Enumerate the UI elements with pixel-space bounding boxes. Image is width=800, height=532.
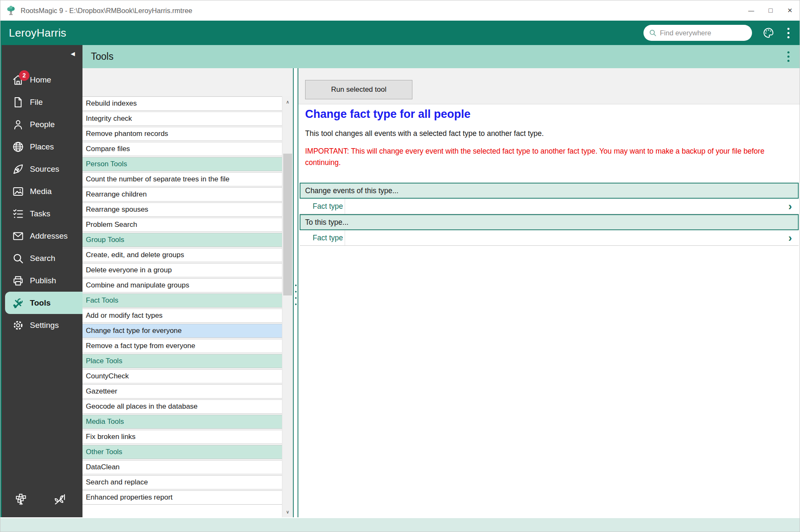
tool-list-item[interactable]: Delete everyone in a group xyxy=(82,263,282,277)
rootsmagic-window: RootsMagic 9 - E:\Dropbox\RMBook\LeroyHa… xyxy=(0,0,800,532)
fact-type-row-to[interactable]: Fact type › xyxy=(300,230,799,246)
sidebar-nav: 2 Home File People Places Sources Media … xyxy=(2,69,82,336)
sidebar-item-search[interactable]: Search xyxy=(2,247,82,269)
page-menu-button[interactable] xyxy=(785,51,792,63)
scroll-up-icon[interactable]: ∧ xyxy=(282,96,293,107)
tool-list-item[interactable]: Rearrange spouses xyxy=(82,202,282,217)
sidebar: ◀ 2 Home File People Places Sources Medi… xyxy=(2,45,82,517)
field-divider xyxy=(345,230,345,245)
scrollbar-thumb[interactable] xyxy=(283,154,292,295)
tool-group-header: Person Tools xyxy=(82,157,282,171)
sidebar-item-publish[interactable]: Publish xyxy=(2,269,82,292)
tool-list-item[interactable]: Geocode all places in the database xyxy=(82,399,282,414)
page-title: Tools xyxy=(91,51,114,62)
sidebar-item-label: Places xyxy=(30,142,54,152)
tool-list-item[interactable]: DataClean xyxy=(82,460,282,474)
tool-group-header: Fact Tools xyxy=(82,293,282,308)
sidebar-item-tools[interactable]: Tools xyxy=(5,292,82,314)
tool-list-item[interactable]: Fix broken links xyxy=(82,430,282,444)
tool-group-header: Media Tools xyxy=(82,415,282,429)
kebab-menu-icon xyxy=(785,27,792,39)
tool-list-panel: Rebuild indexesIntegrity checkRemove pha… xyxy=(82,68,293,517)
tool-list-item[interactable]: Combine and manipulate groups xyxy=(82,278,282,293)
kebab-menu-icon xyxy=(785,51,792,63)
tool-list-item[interactable]: Gazetteer xyxy=(82,384,282,399)
sidebar-footer xyxy=(14,493,66,506)
notification-badge: 2 xyxy=(19,70,29,81)
status-bar xyxy=(0,517,800,532)
sidebar-item-label: Sources xyxy=(30,165,59,174)
page-header: Tools xyxy=(82,45,800,68)
sidebar-item-label: Tasks xyxy=(30,209,50,218)
sidebar-item-label: Settings xyxy=(30,321,59,330)
sidebar-item-label: File xyxy=(30,98,43,107)
detail-toolbar: Run selected tool xyxy=(298,68,800,104)
sidebar-item-label: Publish xyxy=(30,276,56,285)
scroll-down-icon[interactable]: ∨ xyxy=(282,506,293,517)
search-input[interactable] xyxy=(660,29,748,37)
search-icon xyxy=(649,29,657,37)
maximize-button[interactable]: □ xyxy=(761,0,780,21)
tool-list-item[interactable]: Remove a fact type from everyone xyxy=(82,339,282,353)
window-title: RootsMagic 9 - E:\Dropbox\RMBook\LeroyHa… xyxy=(21,7,192,15)
tool-list-item[interactable]: Rebuild indexes xyxy=(82,96,282,111)
fact-type-label: Fact type xyxy=(300,202,345,211)
tool-list-item[interactable]: Add or modify fact types xyxy=(82,309,282,323)
window-controls: — □ ✕ xyxy=(742,0,800,21)
chevron-right-icon: › xyxy=(788,201,799,212)
image-icon xyxy=(12,185,24,198)
title-bar: RootsMagic 9 - E:\Dropbox\RMBook\LeroyHa… xyxy=(0,0,800,21)
tool-list-item[interactable]: Count the number of separate trees in th… xyxy=(82,172,282,186)
webhints-leaf-icon[interactable] xyxy=(53,493,66,506)
sidebar-item-addresses[interactable]: Addresses xyxy=(2,225,82,247)
fact-type-form: Change events of this type... Fact type … xyxy=(298,183,800,246)
minimize-button[interactable]: — xyxy=(742,0,761,21)
tool-list-item[interactable]: Search and replace xyxy=(82,475,282,489)
rootsmagic-logo-icon xyxy=(5,5,16,16)
fact-type-label: Fact type xyxy=(300,234,345,242)
tool-list-item[interactable]: Problem Search xyxy=(82,218,282,232)
sidebar-item-tasks[interactable]: Tasks xyxy=(2,202,82,225)
sidebar-item-label: Media xyxy=(30,187,52,196)
sidebar-item-people[interactable]: People xyxy=(2,113,82,136)
tool-list-item[interactable]: Change fact type for everyone xyxy=(82,324,282,338)
sidebar-item-media[interactable]: Media xyxy=(2,180,82,202)
theme-palette-button[interactable] xyxy=(762,27,775,39)
panel-splitter[interactable] xyxy=(293,68,298,517)
sidebar-item-label: People xyxy=(30,120,55,129)
section-header-change-events: Change events of this type... xyxy=(300,183,799,199)
printer-icon xyxy=(12,274,24,287)
sidebar-item-label: Addresses xyxy=(30,231,68,241)
globe-icon xyxy=(12,141,24,153)
global-search[interactable] xyxy=(643,25,752,41)
pen-nib-icon xyxy=(12,163,24,176)
tool-list-item[interactable]: Rearrange children xyxy=(82,187,282,202)
tool-list-item[interactable]: CountyCheck xyxy=(82,369,282,383)
sidebar-item-places[interactable]: Places xyxy=(2,136,82,158)
tool-group-header: Group Tools xyxy=(82,233,282,247)
app-menu-button[interactable] xyxy=(785,27,792,39)
close-button[interactable]: ✕ xyxy=(780,0,800,21)
sidebar-item-file[interactable]: File xyxy=(2,91,82,113)
run-selected-tool-button[interactable]: Run selected tool xyxy=(305,80,412,99)
section-header-to-type: To this type... xyxy=(300,214,799,230)
document-icon xyxy=(12,96,24,109)
sidebar-item-sources[interactable]: Sources xyxy=(2,158,82,180)
tree-chart-icon[interactable] xyxy=(14,493,28,506)
scrollbar[interactable]: ∧ ∨ xyxy=(282,96,293,517)
tool-list-item[interactable]: Create, edit, and delete groups xyxy=(82,248,282,262)
tool-list-item[interactable]: Enhanced properties report xyxy=(82,490,282,505)
tool-list-item[interactable]: Remove phantom records xyxy=(82,127,282,141)
sidebar-item-settings[interactable]: Settings xyxy=(2,314,82,336)
tool-list-item[interactable]: Compare files xyxy=(82,142,282,156)
sidebar-collapse-button[interactable]: ◀ xyxy=(2,45,82,62)
tool-list: Rebuild indexesIntegrity checkRemove pha… xyxy=(82,96,282,517)
tools-icon xyxy=(12,297,24,309)
tool-description: This tool changes all events with a sele… xyxy=(305,129,794,138)
field-divider xyxy=(345,199,345,214)
file-name: LeroyHarris xyxy=(9,27,66,40)
sidebar-item-home[interactable]: 2 Home xyxy=(2,69,82,91)
sidebar-item-label: Home xyxy=(30,75,51,85)
fact-type-row-from[interactable]: Fact type › xyxy=(300,199,799,214)
tool-list-item[interactable]: Integrity check xyxy=(82,112,282,126)
